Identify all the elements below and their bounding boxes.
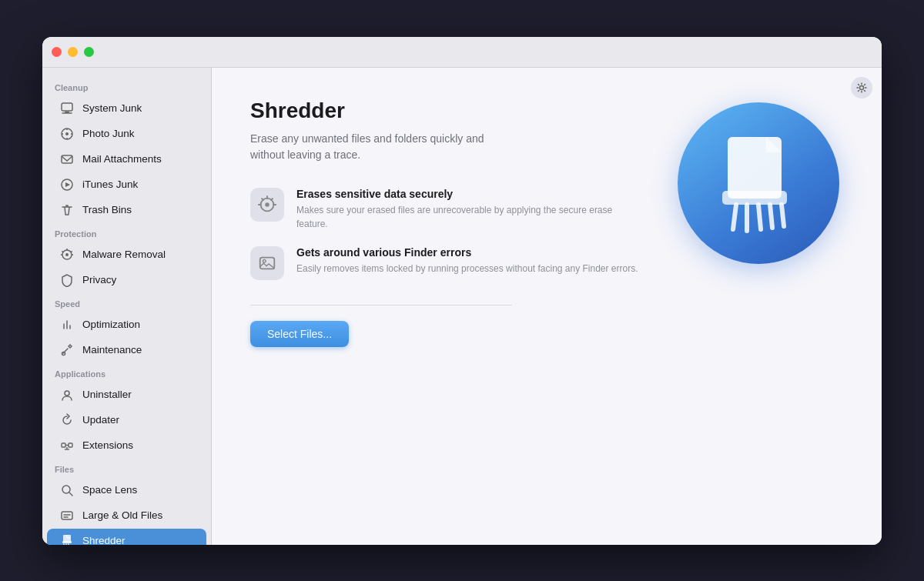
svg-line-15 (71, 251, 72, 252)
sidebar-item-label: Maintenance (82, 344, 142, 356)
svg-rect-25 (69, 443, 72, 447)
sidebar-item-malware-removal[interactable]: Malware Removal (47, 242, 206, 267)
svg-line-54 (770, 205, 772, 228)
sidebar-item-optimization[interactable]: Optimization (47, 312, 206, 337)
sidebar-item-itunes-junk[interactable]: iTunes Junk (47, 172, 206, 197)
sidebar-item-shredder[interactable]: Shredder (47, 529, 206, 545)
content-top: Shredder Erase any unwanted files and fo… (250, 99, 843, 347)
finder-errors-icon-wrap (250, 246, 284, 280)
svg-line-43 (271, 199, 273, 200)
feature-title: Gets around various Finder errors (296, 246, 643, 259)
svg-rect-35 (62, 541, 72, 543)
svg-line-44 (262, 199, 263, 200)
titlebar (42, 37, 882, 68)
svg-marker-11 (65, 182, 70, 187)
svg-point-39 (860, 85, 864, 89)
sidebar-item-space-lens[interactable]: Space Lens (47, 478, 206, 503)
space-lens-icon (59, 482, 75, 498)
gear-button[interactable] (851, 77, 872, 99)
optimization-icon (59, 317, 75, 332)
svg-point-23 (65, 391, 69, 396)
sidebar-item-extensions[interactable]: Extensions (47, 433, 206, 458)
trash-icon (59, 202, 75, 218)
page-subtitle: Erase any unwanted files and folders qui… (250, 131, 512, 163)
svg-line-51 (733, 205, 736, 229)
svg-rect-24 (62, 443, 65, 447)
extensions-icon (59, 438, 75, 453)
sidebar-item-label: Malware Removal (82, 249, 166, 260)
section-label-cleanup: Cleanup (42, 77, 211, 95)
window-body: Cleanup System Junk (42, 68, 882, 545)
itunes-icon (59, 177, 75, 192)
feature-title: Erases sensitive data securely (296, 188, 643, 200)
sidebar-item-label: Shredder (82, 535, 126, 545)
malware-icon (59, 247, 75, 262)
sidebar-item-uninstaller[interactable]: Uninstaller (47, 382, 206, 407)
traffic-lights (52, 47, 94, 57)
svg-line-53 (758, 205, 761, 229)
sidebar-item-privacy[interactable]: Privacy (47, 268, 206, 292)
sidebar-item-label: Trash Bins (82, 204, 132, 215)
sidebar-item-maintenance[interactable]: Maintenance (47, 338, 206, 362)
large-files-icon (59, 508, 75, 523)
select-files-button[interactable]: Select Files... (250, 321, 349, 347)
svg-point-41 (265, 202, 270, 207)
sidebar-item-trash-bins[interactable]: Trash Bins (47, 198, 206, 222)
content-left: Shredder Erase any unwanted files and fo… (250, 99, 674, 347)
shredder-icon (59, 533, 75, 545)
page-title: Shredder (250, 99, 643, 123)
svg-point-4 (65, 132, 69, 135)
photo-junk-icon (59, 126, 75, 142)
privacy-icon (59, 272, 75, 288)
svg-point-48 (263, 259, 266, 262)
maintenance-icon (59, 342, 75, 358)
svg-rect-31 (62, 512, 72, 519)
feature-text-secure-erase: Erases sensitive data securely Makes sur… (296, 188, 643, 231)
sidebar-item-label: Optimization (82, 319, 140, 330)
mail-icon (59, 152, 75, 167)
sidebar-item-photo-junk[interactable]: Photo Junk (47, 122, 206, 146)
maximize-button[interactable] (84, 47, 94, 57)
section-label-applications: Applications (42, 363, 211, 382)
section-label-protection: Protection (42, 223, 211, 242)
app-window: Cleanup System Junk (42, 37, 882, 545)
feature-item-finder-errors: Gets around various Finder errors Easily… (250, 246, 643, 280)
sidebar-item-label: System Junk (82, 102, 142, 114)
svg-point-13 (65, 253, 69, 256)
shredder-big-icon (678, 102, 839, 264)
sidebar-item-label: Photo Junk (82, 128, 135, 139)
secure-erase-icon-wrap (250, 188, 284, 222)
sidebar-item-label: Privacy (82, 274, 116, 285)
sidebar-item-updater[interactable]: Updater (47, 408, 206, 432)
feature-desc: Makes sure your erased files are unrecov… (296, 203, 643, 231)
sidebar-item-system-junk[interactable]: System Junk (47, 96, 206, 121)
sidebar-item-large-old-files[interactable]: Large & Old Files (47, 503, 206, 528)
sidebar-item-label: Uninstaller (82, 389, 132, 400)
feature-list: Erases sensitive data securely Makes sur… (250, 188, 643, 280)
sidebar-item-label: iTunes Junk (82, 179, 138, 190)
sidebar: Cleanup System Junk (42, 68, 212, 545)
feature-text-finder-errors: Gets around various Finder errors Easily… (296, 246, 643, 275)
updater-icon (59, 412, 75, 428)
big-icon-wrap (674, 99, 843, 268)
sidebar-item-label: Large & Old Files (82, 509, 162, 521)
minimize-button[interactable] (68, 47, 78, 57)
sidebar-item-mail-attachments[interactable]: Mail Attachments (47, 147, 206, 172)
svg-rect-0 (62, 103, 72, 111)
section-label-speed: Speed (42, 293, 211, 312)
sidebar-item-label: Updater (82, 414, 119, 426)
svg-rect-50 (722, 191, 787, 205)
feature-desc: Easily removes items locked by running p… (296, 262, 643, 275)
system-junk-icon (59, 101, 75, 116)
svg-rect-9 (62, 155, 72, 163)
sidebar-item-label: Extensions (82, 439, 133, 451)
svg-line-55 (782, 205, 784, 226)
main-content: Shredder Erase any unwanted files and fo… (212, 68, 882, 545)
sidebar-item-label: Space Lens (82, 484, 137, 496)
uninstaller-icon (59, 387, 75, 402)
feature-item-secure-erase: Erases sensitive data securely Makes sur… (250, 188, 643, 231)
svg-line-30 (69, 493, 72, 496)
close-button[interactable] (52, 47, 62, 57)
section-label-files: Files (42, 459, 211, 477)
sidebar-item-label: Mail Attachments (82, 153, 162, 165)
